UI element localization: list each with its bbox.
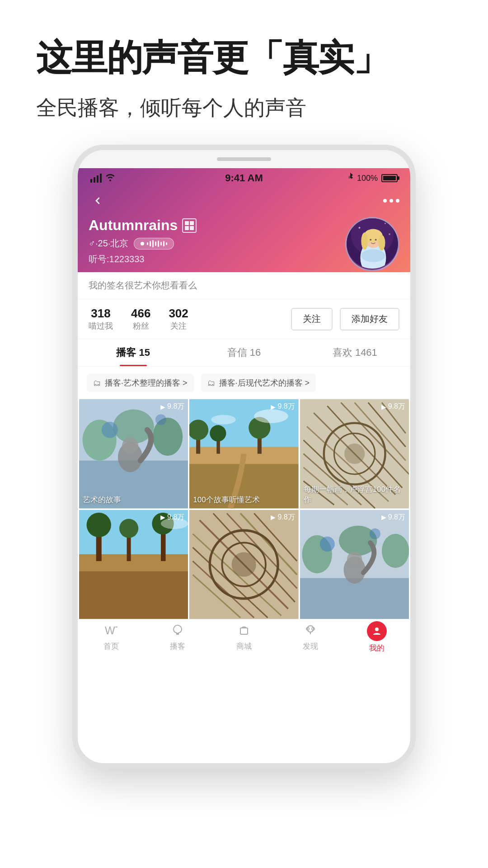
nav-mine[interactable]: 我的 — [344, 619, 410, 655]
tab-likes[interactable]: 喜欢 1461 — [300, 339, 410, 366]
play-count-1: ▶ 9.8万 — [160, 402, 184, 411]
headline: 这里的声音更「真实」 — [36, 36, 452, 80]
nav-shop-label: 商城 — [236, 641, 252, 651]
svg-rect-85 — [240, 628, 248, 634]
svg-point-20 — [122, 438, 138, 454]
category-tag-1[interactable]: 🗂 播客·艺术整理的播客 > — [87, 374, 194, 392]
nav-discover-label: 发现 — [303, 641, 318, 651]
podcast-icon — [171, 623, 184, 639]
nav-home[interactable]: WTR 首页 — [78, 619, 144, 655]
profile-name: Autumnrains — [89, 217, 345, 234]
grid-item-2[interactable]: ▶ 9.8万 100个故事听懂艺术 — [189, 399, 298, 508]
grid-item-3[interactable]: ▶ 9.8万 每期一幅画，卢浮宫100件名作 — [300, 399, 409, 508]
status-right: 100% — [347, 173, 398, 184]
more-button[interactable] — [383, 199, 399, 203]
profile-info: Autumnrains ♂·25·北京 — [78, 210, 410, 271]
profile-actions: 关注 添加好友 — [291, 308, 399, 330]
play-count-3: ▶ 9.8万 — [381, 402, 405, 411]
follow-label: 关注 — [170, 321, 187, 331]
follow-button[interactable]: 关注 — [291, 308, 333, 330]
battery-icon — [381, 174, 398, 182]
profile-text: Autumnrains ♂·25·北京 — [89, 217, 345, 265]
qr-icon[interactable] — [182, 218, 197, 233]
play-icon-2: ▶ — [271, 403, 276, 410]
wave1 — [147, 242, 148, 245]
category-tags: 🗂 播客·艺术整理的播客 > 🗂 播客·后现代艺术的播客 > — [78, 367, 410, 399]
svg-point-29 — [210, 425, 226, 442]
svg-point-7 — [361, 233, 368, 250]
nav-shop[interactable]: 商城 — [211, 619, 277, 655]
play-icon-5: ▶ — [271, 514, 276, 521]
subheadline: 全民播客，倾听每个人的声音 — [36, 93, 452, 122]
voice-dot — [141, 242, 144, 245]
signal-bar-1 — [90, 179, 92, 183]
phone-notch-area — [78, 150, 410, 168]
svg-point-78 — [319, 537, 334, 552]
play-count-4: ▶ 9.8万 — [160, 513, 184, 522]
wave5 — [158, 241, 159, 247]
dot1 — [383, 199, 387, 203]
grid-title-1: 艺术的故事 — [83, 495, 184, 505]
svg-point-77 — [382, 534, 409, 568]
battery-text: 100% — [357, 174, 378, 183]
status-left — [90, 172, 115, 184]
svg-point-9 — [370, 239, 371, 241]
follow-count: 302 — [169, 307, 188, 321]
qr-cell-2 — [190, 221, 194, 225]
grid-title-2: 100个故事听懂艺术 — [193, 495, 295, 505]
top-text-area: 这里的声音更「真实」 全民播客，倾听每个人的声音 — [0, 0, 488, 136]
content-grid: ▶ 9.8万 艺术的故事 — [78, 399, 410, 619]
svg-point-21 — [102, 422, 118, 438]
wave6 — [160, 242, 162, 245]
qr-cell-3 — [185, 226, 189, 230]
nav-podcast-label: 播客 — [170, 641, 185, 651]
play-count-5: ▶ 9.8万 — [271, 513, 295, 522]
tag-icon-2: 🗂 — [207, 378, 216, 388]
svg-point-13 — [389, 233, 390, 235]
tab-audio[interactable]: 音信 16 — [188, 339, 299, 366]
bluetooth-icon — [347, 173, 353, 184]
nav-discover[interactable]: 发现 — [277, 619, 344, 655]
grid-item-4[interactable]: ▶ 9.8万 — [79, 510, 188, 619]
svg-point-33 — [211, 415, 236, 425]
category-tag-2[interactable]: 🗂 播客·后现代艺术的播客 > — [201, 374, 316, 392]
phone-screen: 9:41 AM 100% — [78, 168, 410, 763]
dot2 — [389, 199, 393, 203]
add-friend-button[interactable]: 添加好友 — [340, 308, 399, 330]
stat-follow: 302 关注 — [169, 307, 188, 331]
battery-fill — [383, 176, 396, 180]
play-count-6: ▶ 9.8万 — [381, 513, 405, 522]
grid-item-5[interactable]: ▶ 9.8万 — [189, 510, 298, 619]
svg-point-32 — [254, 410, 288, 423]
wave2 — [150, 241, 151, 246]
profile-stats: 318 喵过我 466 粉丝 302 关注 关注 添加好友 — [78, 299, 410, 339]
svg-point-81 — [347, 552, 362, 566]
qr-cell-4 — [190, 226, 194, 230]
back-button[interactable] — [89, 192, 107, 210]
voice-badge[interactable] — [134, 238, 174, 250]
play-count-2: ▶ 9.8万 — [271, 402, 295, 411]
profile-avatar — [345, 217, 399, 271]
profile-id: 听号:1223333 — [89, 253, 345, 265]
qr-cell-1 — [185, 221, 189, 225]
nav-podcast[interactable]: 播客 — [144, 619, 211, 655]
phone-notch — [217, 157, 271, 161]
fans-count: 466 — [131, 307, 150, 321]
tab-podcast[interactable]: 播客 15 — [78, 339, 188, 366]
nav-home-label: 首页 — [103, 641, 119, 651]
wave4 — [155, 241, 156, 246]
svg-point-22 — [155, 415, 166, 425]
grid-item-1[interactable]: ▶ 9.8万 艺术的故事 — [79, 399, 188, 508]
profile-gender-age: ♂·25·北京 — [89, 237, 128, 250]
art-nest2-svg — [189, 510, 298, 619]
svg-point-54 — [87, 513, 111, 537]
nav-mine-label: 我的 — [369, 643, 385, 653]
voice-waves — [147, 240, 167, 247]
svg-point-10 — [375, 239, 377, 241]
svg-point-11 — [359, 227, 361, 229]
discover-icon — [304, 623, 317, 639]
status-bar: 9:41 AM 100% — [78, 168, 410, 188]
mine-icon-circle — [367, 621, 387, 641]
page-wrapper: 这里的声音更「真实」 全民播客，倾听每个人的声音 — [0, 0, 488, 868]
grid-item-6[interactable]: ▶ 9.8万 — [300, 510, 409, 619]
